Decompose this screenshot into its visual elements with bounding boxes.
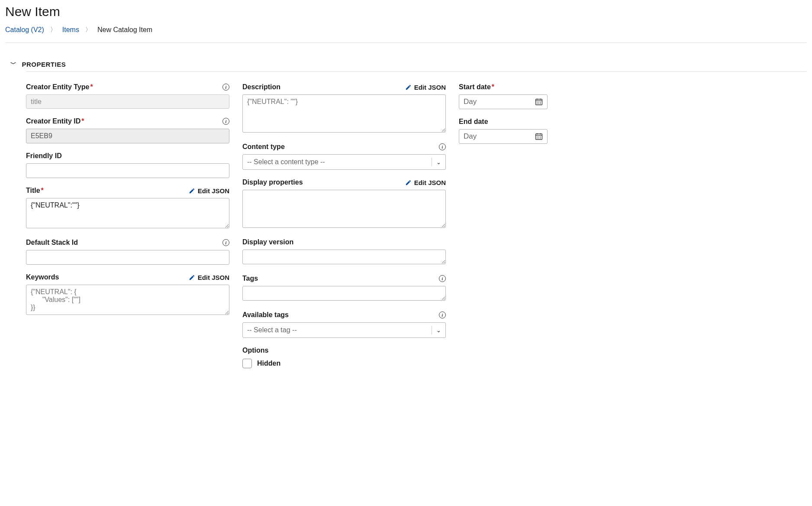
svg-point-14 [537, 136, 538, 137]
calendar-icon[interactable] [535, 98, 543, 106]
end-date-input[interactable] [459, 129, 548, 144]
chevron-right-icon: 〉 [50, 26, 56, 34]
tags-textarea[interactable] [242, 286, 446, 301]
chevron-right-icon: 〉 [85, 26, 91, 34]
pencil-icon [189, 188, 195, 194]
properties-section-label: PROPERTIES [22, 61, 66, 68]
start-date-label: Start date* [459, 83, 494, 91]
content-type-select[interactable]: -- Select a content type -- ⌄ [242, 154, 446, 170]
info-icon[interactable]: i [222, 118, 229, 125]
friendly-id-input[interactable] [26, 163, 229, 178]
info-icon[interactable]: i [222, 239, 229, 246]
title-label: Title* [26, 187, 44, 195]
content-type-label: Content type [242, 143, 285, 151]
default-stack-id-input[interactable] [26, 250, 229, 265]
display-version-label: Display version [242, 238, 293, 246]
creator-entity-type-label: Creator Entity Type* [26, 83, 93, 91]
pencil-icon [189, 274, 195, 281]
keywords-textarea[interactable] [26, 285, 229, 315]
creator-entity-id-input[interactable] [26, 129, 229, 143]
creator-entity-type-select[interactable]: title [26, 94, 229, 109]
pencil-icon [405, 179, 412, 186]
page-title: New Item [5, 4, 807, 19]
display-properties-textarea[interactable] [242, 190, 446, 228]
pencil-icon [405, 84, 412, 91]
info-icon[interactable]: i [439, 311, 446, 318]
edit-json-button[interactable]: Edit JSON [405, 84, 446, 91]
breadcrumb-current: New Catalog Item [97, 26, 152, 34]
divider [26, 71, 807, 72]
svg-point-9 [540, 103, 541, 104]
svg-point-17 [537, 138, 538, 139]
friendly-id-label: Friendly ID [26, 152, 62, 160]
hidden-label: Hidden [257, 360, 280, 367]
chevron-down-icon: ﹀ [10, 60, 17, 68]
svg-point-18 [538, 138, 539, 139]
info-icon[interactable]: i [222, 84, 229, 91]
display-version-textarea[interactable] [242, 250, 446, 264]
display-properties-label: Display properties [242, 178, 303, 186]
tags-label: Tags [242, 275, 258, 282]
available-tags-select[interactable]: -- Select a tag -- ⌄ [242, 322, 446, 338]
edit-json-button[interactable]: Edit JSON [405, 179, 446, 186]
calendar-icon[interactable] [535, 133, 543, 140]
keywords-label: Keywords [26, 273, 59, 281]
start-date-input[interactable] [459, 94, 548, 109]
svg-point-7 [537, 103, 538, 104]
description-label: Description [242, 83, 280, 91]
creator-entity-id-label: Creator Entity ID* [26, 117, 84, 125]
svg-point-19 [540, 138, 541, 139]
default-stack-id-label: Default Stack Id [26, 239, 78, 247]
start-date-field[interactable] [464, 97, 535, 106]
edit-json-button[interactable]: Edit JSON [189, 187, 229, 195]
breadcrumb: Catalog (V2) 〉 Items 〉 New Catalog Item [5, 26, 807, 34]
description-textarea[interactable] [242, 94, 446, 133]
end-date-field[interactable] [464, 132, 535, 141]
svg-point-16 [540, 136, 541, 137]
svg-point-8 [538, 103, 539, 104]
svg-point-4 [537, 102, 538, 103]
properties-section-toggle[interactable]: ﹀ PROPERTIES [10, 60, 807, 68]
divider [5, 42, 807, 43]
info-icon[interactable]: i [439, 275, 446, 282]
info-icon[interactable]: i [439, 143, 446, 150]
chevron-down-icon: ⌄ [436, 327, 441, 334]
hidden-checkbox[interactable] [242, 359, 252, 368]
edit-json-button[interactable]: Edit JSON [189, 274, 229, 281]
svg-point-6 [540, 102, 541, 103]
options-label: Options [242, 347, 268, 354]
end-date-label: End date [459, 118, 488, 126]
available-tags-label: Available tags [242, 311, 289, 319]
chevron-down-icon: ⌄ [436, 159, 441, 165]
title-textarea[interactable]: {"NEUTRAL":""} [26, 198, 229, 228]
svg-point-15 [538, 136, 539, 137]
breadcrumb-catalog-link[interactable]: Catalog (V2) [5, 26, 44, 34]
breadcrumb-items-link[interactable]: Items [62, 26, 79, 34]
svg-point-5 [538, 102, 539, 103]
